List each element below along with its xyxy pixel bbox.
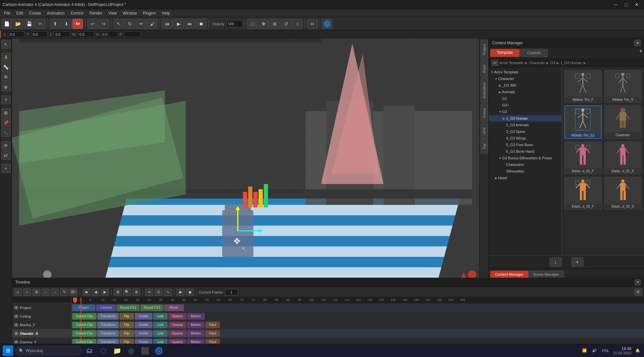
tl-btn-wave[interactable]: ∿: [164, 289, 172, 296]
menu-plugins[interactable]: Plugins: [140, 10, 158, 16]
tl-btn-back[interactable]: ←: [42, 289, 50, 296]
cell-motion-olander[interactable]: Motion: [187, 330, 205, 337]
tool-bone[interactable]: 🦴: [1, 62, 11, 72]
tree-4g3wings[interactable]: 4_G3 Wings: [489, 135, 561, 141]
cell-face-olander[interactable]: Face: [205, 330, 220, 337]
record-button[interactable]: ⏺: [196, 19, 206, 29]
cm-item-elasti-01-s[interactable]: Elasti...e_01_S: [604, 141, 642, 174]
open-button[interactable]: 📂: [13, 19, 23, 29]
cell-opacity-martha[interactable]: Opacity: [168, 322, 186, 328]
tl-btn-delete[interactable]: ⌦: [69, 289, 77, 296]
menu-window[interactable]: Window: [120, 10, 140, 16]
tree-character[interactable]: ▼ Character: [489, 75, 561, 82]
tree-animals[interactable]: ▶ Animals: [489, 89, 561, 95]
cell-link-dummy[interactable]: Link: [153, 339, 168, 344]
tree-g3bonus[interactable]: ▼ G3 Bonus-Silhouettes & Poses: [489, 155, 561, 161]
tool-select[interactable]: ↖: [1, 40, 11, 49]
close-button[interactable]: ✕: [632, 1, 641, 8]
tl-btn-add-track[interactable]: +: [23, 289, 31, 296]
cell-transform-martha[interactable]: Transform: [97, 322, 119, 328]
cell-flip-ceiling[interactable]: Flip: [119, 313, 134, 320]
taskbar-app-edge[interactable]: ⬡: [97, 345, 109, 357]
cell-flip-dummy[interactable]: Flip: [119, 339, 134, 344]
track-ceiling[interactable]: ✕ Ceiling: [12, 312, 71, 321]
tree-1g3human[interactable]: ▶ 1_G3 Human: [489, 115, 561, 122]
taskbar-app-explorer[interactable]: 🗂: [83, 345, 95, 357]
menu-animation[interactable]: Animation: [44, 10, 67, 16]
tl-btn-settings[interactable]: ⚙: [634, 289, 642, 296]
tl-btn-key[interactable]: ◆: [82, 289, 90, 296]
cell-transform-olander[interactable]: Transform: [97, 330, 119, 337]
cell-sfx2[interactable]: Sound FX2: [140, 304, 163, 311]
menu-create[interactable]: Create: [26, 10, 44, 16]
tool-person[interactable]: 🧍: [1, 53, 11, 62]
track-close-project[interactable]: ✕: [14, 305, 19, 310]
taskbar-search[interactable]: 🔍 Wyszukaj: [15, 346, 81, 355]
cell-collect-martha[interactable]: Collect Clip: [72, 322, 97, 328]
tree-3g3spine[interactable]: 3_G3 Spine: [489, 128, 561, 135]
viewport[interactable]: ✥ ↖: [12, 38, 479, 278]
taskbar-clock[interactable]: 18:48 21.03.2023: [613, 346, 631, 355]
menu-file[interactable]: File: [1, 10, 13, 16]
cell-project[interactable]: Project: [72, 304, 95, 311]
cell-sfx1[interactable]: Sound FX1: [116, 304, 140, 311]
tl-btn-fit[interactable]: ⇔: [145, 289, 153, 296]
cell-music[interactable]: Music: [164, 304, 184, 311]
tree-6g3bonehand[interactable]: 6_G3 Bone Hand: [489, 148, 561, 155]
tl-btn-snap[interactable]: ⊙: [154, 289, 162, 296]
top-tab[interactable]: Top: [481, 139, 488, 154]
taskbar-app-reallusion[interactable]: 🌀: [153, 345, 165, 357]
tree-head[interactable]: ▶ Head: [489, 175, 561, 181]
cell-link-martha[interactable]: Link: [153, 322, 168, 328]
tl-btn-expand[interactable]: ⊞: [114, 289, 122, 296]
track-close-ceiling[interactable]: ✕: [14, 314, 19, 319]
tl-btn-forward[interactable]: →: [51, 289, 59, 296]
save-button[interactable]: 💾: [24, 19, 34, 29]
r-input[interactable]: [124, 31, 141, 37]
undo-button[interactable]: ↩: [87, 19, 98, 29]
cell-motion-martha[interactable]: Motion: [187, 322, 205, 328]
tree-5g3freebone[interactable]: 5_G3 Free Bone: [489, 141, 561, 148]
tl-btn-group[interactable]: ⊞: [32, 289, 40, 296]
cell-visible-dummy[interactable]: Visible: [135, 339, 152, 344]
cm-add-btn[interactable]: +: [572, 258, 583, 267]
tool-layer[interactable]: ⧉: [1, 72, 11, 82]
menu-edit[interactable]: Edit: [14, 10, 26, 16]
play-button[interactable]: ▶: [173, 19, 184, 29]
tool-warp[interactable]: ⋱: [1, 128, 11, 137]
tool-add[interactable]: +: [1, 164, 11, 173]
cm-download-btn[interactable]: ↓: [550, 258, 562, 267]
current-frame-input[interactable]: [225, 289, 238, 296]
timeline-frames-area[interactable]: 1 5 10 15 20 25 30 35 40 45 50: [71, 298, 644, 344]
track-close-dummy[interactable]: ✕: [14, 340, 19, 344]
cell-visible-olander[interactable]: Visible: [135, 330, 152, 337]
start-button[interactable]: ⊞: [3, 345, 13, 356]
cm-item-athletic-tim-f[interactable]: Athletic Tim_F: [564, 70, 602, 103]
move-button[interactable]: ✥: [258, 19, 269, 29]
cm-item-athletic-tim-s2[interactable]: Athletic Tim_S2: [564, 105, 602, 139]
rotate-button[interactable]: ↻: [125, 19, 135, 29]
tree-g2plus[interactable]: G2+: [489, 102, 561, 108]
z-input[interactable]: [54, 31, 70, 37]
cell-flip-olander[interactable]: Flip: [119, 330, 134, 337]
cm-item-caveman[interactable]: Caveman: [604, 105, 642, 139]
track-close-olander[interactable]: ✕: [14, 331, 19, 336]
crop-button[interactable]: ✂: [35, 19, 46, 29]
cell-flip-martha[interactable]: Flip: [119, 322, 134, 328]
next-frame-button[interactable]: ⏭: [185, 19, 195, 29]
cell-face-martha[interactable]: Face: [205, 322, 220, 328]
cell-visible-martha[interactable]: Visible: [135, 322, 152, 328]
import-button[interactable]: ⬇: [61, 19, 72, 29]
w-input[interactable]: [78, 31, 94, 37]
tool-flip[interactable]: ⇄: [1, 151, 11, 160]
tool-circle-q[interactable]: ?: [1, 95, 11, 104]
timeline-close[interactable]: ✕: [635, 279, 641, 285]
home-button[interactable]: ⌂: [292, 19, 303, 29]
cell-motion-ceiling[interactable]: Motion: [187, 313, 205, 320]
export-button[interactable]: ⬆: [50, 19, 61, 29]
track-project[interactable]: ✕ Project: [12, 303, 71, 312]
tl-btn-play[interactable]: ▶: [177, 289, 185, 296]
tool-transform[interactable]: ⊞: [1, 108, 11, 117]
cell-collect-dummy[interactable]: Collect Clip: [72, 339, 97, 344]
cm-item-athletic-tim-s[interactable]: Athletic Tim_S: [604, 70, 642, 103]
